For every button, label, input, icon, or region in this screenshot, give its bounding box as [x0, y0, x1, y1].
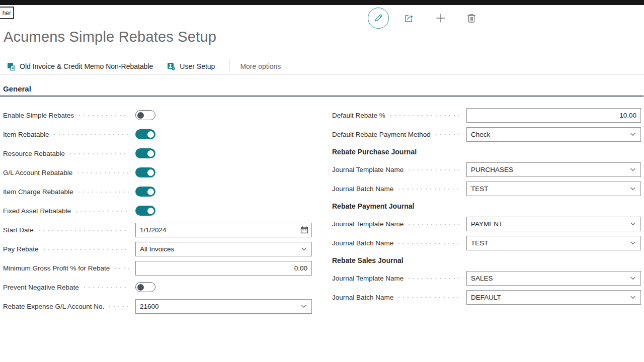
- journal-template-name-select[interactable]: PAYMENT: [466, 217, 641, 231]
- dotted-leader: [70, 153, 129, 154]
- chevron-down-icon: [629, 185, 636, 192]
- enable-simple-rebates-toggle[interactable]: [135, 110, 155, 120]
- field-control-area: PAYMENT: [466, 217, 641, 231]
- field-control-area: Check: [466, 127, 641, 142]
- dotted-leader: [436, 134, 460, 135]
- dotted-leader: [54, 134, 129, 135]
- clipped-tab[interactable]: her: [0, 7, 14, 19]
- enable-simple-rebates-label: Enable Simple Rebates: [3, 112, 74, 119]
- journal-template-name-label: Journal Template Name: [332, 220, 404, 228]
- field-row: Default Rebate Payment MethodCheck: [332, 125, 641, 144]
- field-row: Journal Batch NameDEFAULT: [332, 288, 641, 307]
- action-bar: Old Invoice & Credit Memo Non-Rebatable …: [7, 59, 281, 74]
- chevron-down-icon: [629, 294, 636, 301]
- journal-template-name-label: Journal Template Name: [332, 275, 404, 282]
- journal-batch-name-label: Journal Batch Name: [332, 294, 393, 301]
- toggle-knob: [147, 131, 154, 138]
- share-button[interactable]: [402, 11, 416, 25]
- field-row: Journal Template NamePURCHASES: [332, 160, 641, 179]
- field-control-area: PURCHASES: [466, 162, 641, 177]
- field-label-area: Default Rebate Payment Method: [332, 131, 466, 138]
- dotted-leader: [79, 115, 129, 116]
- journal-batch-name-label: Journal Batch Name: [332, 185, 393, 193]
- g-l-account-rebatable-toggle[interactable]: [135, 167, 155, 177]
- action-user-setup[interactable]: User Setup: [167, 62, 215, 71]
- default-rebate-input[interactable]: [466, 108, 641, 123]
- form-column-right: Default Rebate %Default Rebate Payment M…: [332, 106, 641, 316]
- field-row: Pay RebateAll Invoices: [3, 239, 312, 258]
- journal-batch-name-select[interactable]: TEST: [466, 182, 641, 196]
- prevent-negative-rebate-toggle[interactable]: [135, 282, 155, 292]
- field-control-area: [135, 223, 312, 237]
- dotted-leader: [409, 224, 460, 225]
- field-control-area: [135, 282, 312, 292]
- field-control-area: [135, 110, 312, 120]
- field-label-area: Item Rebatable: [3, 131, 135, 138]
- field-row: Enable Simple Rebates: [3, 106, 312, 125]
- rebate-expense-g-l-account-no-select[interactable]: 21600: [135, 299, 312, 314]
- field-row: Default Rebate %: [332, 106, 641, 125]
- rebate-expense-g-l-account-no-label: Rebate Expense G/L Account No.: [3, 303, 104, 310]
- field-control-area: [135, 148, 312, 158]
- field-label-area: Minimum Gross Profit % for Rebate: [3, 264, 135, 272]
- field-row: Start Date: [3, 220, 312, 239]
- action-label: Old Invoice & Credit Memo Non-Rebatable: [20, 62, 153, 70]
- journal-batch-name-select[interactable]: DEFAULT: [466, 290, 641, 305]
- g-l-account-rebatable-label: G/L Account Rebatable: [3, 169, 72, 176]
- journal-template-name-select[interactable]: PURCHASES: [466, 162, 641, 177]
- default-rebate-payment-method-select[interactable]: Check: [466, 127, 641, 142]
- journal-batch-name-label: Journal Batch Name: [332, 239, 393, 247]
- dotted-leader: [398, 297, 460, 298]
- field-row: Prevent Negative Rebate: [3, 278, 312, 297]
- calendar-icon[interactable]: [297, 223, 311, 237]
- toggle-knob: [147, 169, 154, 176]
- journal-template-name-label: Journal Template Name: [332, 166, 404, 173]
- action-old-invoice-credit-memo-non-rebatable[interactable]: Old Invoice & Credit Memo Non-Rebatable: [7, 62, 153, 71]
- dotted-leader: [409, 278, 460, 279]
- chevron-down-icon: [629, 166, 636, 173]
- dotted-leader: [409, 169, 460, 170]
- chevron-down-icon: [629, 131, 636, 138]
- rebate-sales-journal-subheader: Rebate Sales Journal: [332, 256, 404, 264]
- journal-batch-name-select[interactable]: TEST: [466, 236, 641, 250]
- toolbar-divider-line: [0, 74, 644, 75]
- dotted-leader: [78, 192, 129, 193]
- field-row: Journal Batch NameTEST: [332, 233, 641, 252]
- field-label-area: Start Date: [3, 226, 135, 234]
- dotted-leader: [115, 268, 129, 269]
- add-button[interactable]: [434, 11, 448, 25]
- item-charge-rebatable-toggle[interactable]: [135, 187, 155, 197]
- field-control-area: SALES: [466, 271, 641, 286]
- group-subheader-row: Rebate Sales Journal: [332, 252, 641, 268]
- prevent-negative-rebate-label: Prevent Negative Rebate: [3, 284, 79, 291]
- field-label-area: Prevent Negative Rebate: [3, 284, 135, 291]
- rebate-purchase-journal-subheader: Rebate Purchase Journal: [332, 148, 417, 156]
- selected-value: TEST: [467, 185, 629, 193]
- rebate-payment-journal-subheader: Rebate Payment Journal: [332, 202, 414, 210]
- share-icon: [403, 12, 415, 24]
- selected-value: Check: [467, 131, 629, 138]
- start-date-input[interactable]: [136, 223, 297, 237]
- edit-button[interactable]: [368, 8, 389, 29]
- minimum-gross-profit-for-rebate-input[interactable]: [135, 261, 312, 276]
- clipped-tab-label: her: [3, 10, 11, 17]
- field-control-area: [135, 129, 312, 139]
- more-options-button[interactable]: More options: [240, 62, 281, 70]
- field-label-area: Pay Rebate: [3, 245, 135, 253]
- pay-rebate-select[interactable]: All Invoices: [135, 242, 312, 256]
- section-header-general: General: [3, 84, 31, 93]
- journal-template-name-select[interactable]: SALES: [466, 271, 641, 286]
- delete-button[interactable]: [464, 11, 478, 25]
- user-gear-icon: [167, 62, 176, 71]
- selected-value: PAYMENT: [467, 220, 629, 228]
- resource-rebatable-toggle[interactable]: [135, 148, 155, 158]
- dotted-leader: [398, 189, 460, 190]
- action-bar-divider: [229, 60, 229, 72]
- dotted-leader: [109, 306, 129, 307]
- fixed-asset-rebatable-label: Fixed Asset Rebatable: [3, 207, 71, 215]
- dotted-leader: [77, 172, 129, 173]
- group-subheader-row: Rebate Payment Journal: [332, 198, 641, 214]
- selected-value: 21600: [136, 303, 300, 310]
- fixed-asset-rebatable-toggle[interactable]: [135, 206, 155, 216]
- item-rebatable-toggle[interactable]: [135, 129, 155, 139]
